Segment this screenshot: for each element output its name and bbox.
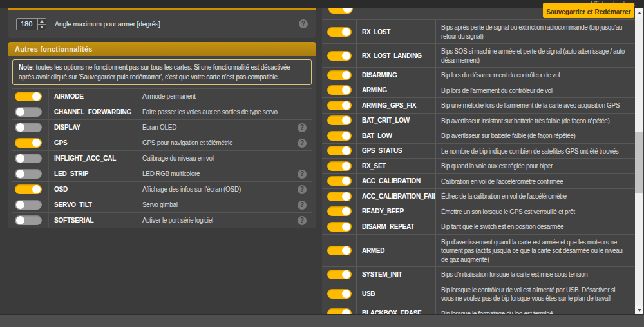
beeper-row: RX_LOST_LANDING Bips SOS si machine armé…: [322, 43, 635, 67]
toggle-knob: [342, 52, 350, 60]
toggle-knob: [342, 309, 350, 314]
max-arm-angle-value[interactable]: 180: [17, 19, 37, 30]
beeper-toggle[interactable]: [327, 206, 352, 216]
beeper-toggle[interactable]: [327, 51, 352, 61]
scrollbar-down-button[interactable]: [635, 306, 643, 314]
beeper-row: ARMED Bip d'avertissement quand la carte…: [322, 234, 635, 267]
feature-help-cell: ?: [298, 123, 312, 132]
feature-row: LED_STRIP LED RGB multicolore ?: [12, 166, 312, 181]
help-icon[interactable]: ?: [298, 170, 307, 179]
feature-toggle[interactable]: [15, 200, 42, 210]
beeper-toggle-cell: [322, 98, 356, 113]
feature-description: LED RGB multicolore: [137, 166, 298, 181]
feature-description: GPS pour navigation et télémétrie: [137, 135, 298, 150]
feature-description: Faire passer les voies aux en sorties de…: [137, 104, 298, 119]
save-and-reboot-button[interactable]: Sauvegarder et Redémarrer: [543, 3, 634, 18]
feature-toggle[interactable]: [15, 92, 42, 101]
beeper-toggle-cell: [322, 204, 356, 219]
beeper-toggle[interactable]: [327, 161, 352, 171]
feature-description: Calibrage du niveau en vol: [137, 151, 298, 166]
beeper-toggle[interactable]: [327, 289, 352, 299]
beeper-toggle[interactable]: [327, 146, 352, 155]
beeper-description: Bip lorsque le formatage du log est term…: [435, 306, 635, 315]
beeper-toggle-cell: [322, 128, 356, 143]
beeper-toggle-cell: [322, 20, 356, 43]
scroll-down-icon: [638, 309, 641, 312]
beeper-name: SYSTEM_INIT: [356, 267, 435, 282]
beeper-toggle-cell: [322, 144, 356, 159]
toggle-knob: [342, 192, 350, 201]
beeper-toggle[interactable]: [327, 101, 352, 110]
feature-name: LED_STRIP: [48, 166, 137, 181]
beeper-name: BAT_LOW: [356, 128, 435, 143]
beeper-name: DISARMING: [356, 68, 435, 83]
beeper-toggle[interactable]: [327, 115, 352, 125]
help-icon[interactable]: ?: [298, 185, 307, 194]
feature-toggle[interactable]: [15, 215, 42, 225]
toggle-knob: [342, 207, 350, 215]
features-box-body: Note: toutes les options ne fonctionnent…: [8, 56, 316, 228]
vertical-scrollbar[interactable]: [635, 8, 643, 314]
help-icon[interactable]: ?: [298, 201, 307, 210]
beeper-toggle[interactable]: [327, 222, 352, 232]
feature-toggle-cell: [12, 169, 48, 179]
feature-toggle[interactable]: [15, 184, 42, 194]
beeper-toggle[interactable]: [327, 70, 352, 80]
scrollbar-thumb[interactable]: [635, 132, 643, 193]
beeper-toggle[interactable]: [327, 176, 352, 186]
feature-toggle[interactable]: [15, 107, 42, 117]
feature-toggle[interactable]: [15, 169, 42, 179]
feature-help-cell: ?: [298, 154, 312, 163]
beeper-description: Calibration en vol de l'accéléromètre co…: [435, 174, 635, 189]
toggle-knob: [16, 216, 24, 224]
stepper-up-button[interactable]: [38, 19, 46, 25]
help-icon[interactable]: ?: [298, 123, 307, 132]
scrollbar-up-button[interactable]: [635, 8, 643, 17]
beeper-toggle-cell: [322, 68, 356, 83]
feature-help-cell: ?: [298, 201, 312, 210]
help-icon[interactable]: ?: [299, 19, 308, 28]
toggle-knob: [32, 92, 41, 101]
max-arm-angle-input[interactable]: 180: [16, 18, 46, 30]
beeper-row: DISARM_REPEAT Bip tant que le switch est…: [322, 219, 635, 234]
beeper-name: ARMED: [356, 235, 435, 267]
beeper-toggle[interactable]: [327, 192, 352, 201]
feature-name: DISPLAY: [48, 120, 137, 135]
beeper-row: BLACKBOX_ERASE Bip lorsque le formatage …: [322, 306, 635, 315]
beeper-description: Bips d'initialisation lorsque la carte e…: [435, 267, 635, 282]
note-label: Note: [19, 64, 32, 71]
beeper-name: READY_BEEP: [356, 204, 435, 219]
feature-description: Affichage des infos sur l'écran (OSD): [137, 182, 298, 197]
toggle-knob: [342, 28, 350, 36]
beeper-toggle-cell: [322, 83, 356, 98]
beeper-toggle[interactable]: [327, 270, 352, 279]
beeper-toggle[interactable]: [327, 246, 352, 255]
beeper-toggle[interactable]: [327, 27, 352, 37]
beeper-toggle[interactable]: [327, 131, 352, 141]
number-stepper: [37, 19, 46, 30]
beeper-toggle[interactable]: [327, 85, 352, 95]
beeper-toggle-cell: [322, 159, 356, 173]
toggle-knob: [343, 8, 352, 13]
beeper-name: DISARM_REPEAT: [356, 219, 435, 234]
feature-name: AIRMODE: [48, 89, 137, 104]
feature-toggle-cell: [12, 154, 48, 163]
stepper-down-button[interactable]: [38, 25, 46, 30]
beeper-description: Bip lors du désarmement du contrôleur de…: [435, 68, 635, 83]
feature-description: Airmode permanent: [137, 89, 298, 104]
beeper-row: GPS_STATUS Le nombre de bip indique comb…: [322, 143, 635, 159]
beeper-toggle[interactable]: [328, 8, 353, 14]
help-icon[interactable]: ?: [298, 216, 307, 225]
feature-toggle[interactable]: [15, 138, 42, 148]
beeper-toggle[interactable]: [327, 308, 352, 314]
arrow-up-icon: [40, 20, 44, 23]
feature-toggle[interactable]: [15, 154, 42, 163]
beeper-row: ARMING Bip lors de l'armement du contrôl…: [322, 83, 635, 98]
toggle-knob: [342, 177, 350, 185]
feature-toggle[interactable]: [15, 123, 42, 132]
help-icon[interactable]: ?: [298, 139, 307, 148]
beeper-description: Bip avertisseur sur batterie faible (de …: [435, 128, 635, 143]
feature-row: SERVO_TILT Servo gimbal ?: [12, 197, 312, 212]
left-column: 180 Angle maximum pour armer [degrés] ? …: [8, 8, 316, 228]
toggle-knob: [16, 123, 24, 132]
